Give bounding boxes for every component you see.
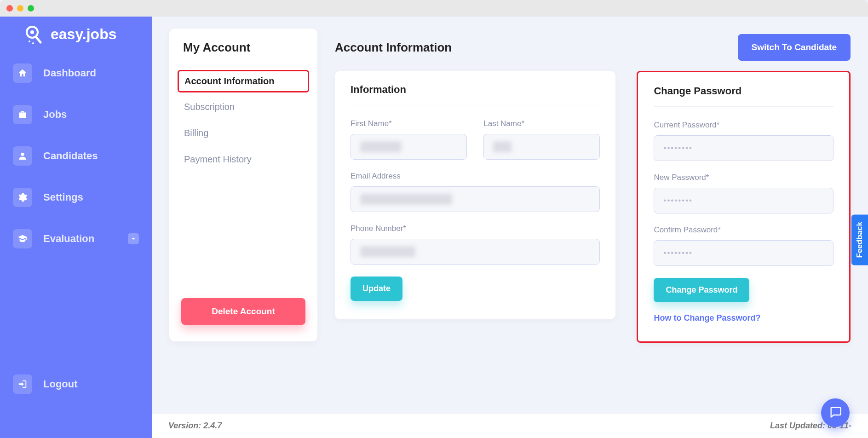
svg-point-4 xyxy=(21,153,24,156)
page-title: Account Information xyxy=(335,40,452,55)
info-panel-title: Information xyxy=(351,84,600,105)
footer: Version: 2.4.7 Last Updated: 03-11- xyxy=(152,413,868,438)
user-icon xyxy=(13,146,32,166)
window-chrome xyxy=(0,0,868,17)
sidebar-item-label: Candidates xyxy=(43,150,98,162)
email-label: Email Address xyxy=(351,172,600,181)
sidebar-item-label: Evaluation xyxy=(43,233,94,245)
nav-list: Dashboard Jobs Candidates Settings xyxy=(0,58,152,265)
right-column: Account Information Switch To Candidate … xyxy=(335,29,851,343)
sidebar: easy.jobs Dashboard Jobs Candidates xyxy=(0,17,152,438)
menu-label: Account Information xyxy=(184,76,275,86)
redacted-value xyxy=(360,141,402,152)
sidebar-item-candidates[interactable]: Candidates xyxy=(10,141,142,171)
current-password-field: Current Password* xyxy=(654,121,834,161)
svg-point-3 xyxy=(32,42,34,44)
right-header: Account Information Switch To Candidate xyxy=(335,29,851,61)
chat-widget-button[interactable] xyxy=(821,398,850,427)
briefcase-icon xyxy=(13,105,32,124)
name-row: First Name* Last Name* xyxy=(351,119,600,160)
panels-row: Information First Name* Last Name* xyxy=(335,71,851,343)
window-close-dot[interactable] xyxy=(6,5,13,12)
redacted-value xyxy=(360,194,452,205)
account-menu-billing[interactable]: Billing xyxy=(178,121,309,145)
sidebar-item-label: Settings xyxy=(43,191,83,203)
sidebar-item-logout[interactable]: Logout xyxy=(10,369,142,399)
new-pw-row: New Password* xyxy=(654,173,834,213)
feedback-tab[interactable]: Feedback xyxy=(851,214,868,265)
confirm-pw-row: Confirm Password* xyxy=(654,225,834,266)
delete-account-button[interactable]: Delete Account xyxy=(181,298,305,325)
confirm-password-input[interactable] xyxy=(654,240,834,266)
phone-label: Phone Number* xyxy=(351,224,600,233)
phone-field: Phone Number* xyxy=(351,224,600,265)
columns: My Account Account Information Subscript… xyxy=(169,29,851,343)
chevron-down-icon[interactable] xyxy=(128,233,139,244)
confirm-password-field: Confirm Password* xyxy=(654,225,834,266)
change-password-panel: Change Password Current Password* New Pa… xyxy=(637,71,851,343)
first-name-input[interactable] xyxy=(351,134,467,160)
brand-logo[interactable]: easy.jobs xyxy=(0,18,152,58)
window-zoom-dot[interactable] xyxy=(28,5,34,12)
home-icon xyxy=(13,63,32,83)
update-button[interactable]: Update xyxy=(351,277,402,301)
main-content: My Account Account Information Subscript… xyxy=(152,17,868,438)
brand-icon xyxy=(22,23,44,45)
new-password-field: New Password* xyxy=(654,173,834,213)
menu-label: Billing xyxy=(184,128,208,138)
email-row: Email Address xyxy=(351,172,600,212)
phone-input[interactable] xyxy=(351,239,600,265)
logout-section: Logout xyxy=(0,369,152,410)
svg-point-2 xyxy=(29,40,30,42)
logout-icon xyxy=(13,375,32,394)
sidebar-item-evaluation[interactable]: Evaluation xyxy=(10,224,142,254)
new-password-label: New Password* xyxy=(654,173,834,182)
sidebar-item-jobs[interactable]: Jobs xyxy=(10,99,142,130)
account-menu-payment-history[interactable]: Payment History xyxy=(178,148,309,171)
last-name-label: Last Name* xyxy=(483,119,600,128)
sidebar-item-settings[interactable]: Settings xyxy=(10,182,142,213)
confirm-password-label: Confirm Password* xyxy=(654,225,834,235)
current-password-label: Current Password* xyxy=(654,121,834,130)
switch-to-candidate-button[interactable]: Switch To Candidate xyxy=(738,34,851,61)
sidebar-item-label: Logout xyxy=(43,378,78,390)
menu-label: Subscription xyxy=(184,102,235,112)
sidebar-item-dashboard[interactable]: Dashboard xyxy=(10,58,142,88)
chat-icon xyxy=(829,405,842,420)
brand-name: easy.jobs xyxy=(51,26,116,43)
account-menu-card: My Account Account Information Subscript… xyxy=(169,29,317,341)
account-menu-account-information[interactable]: Account Information xyxy=(178,70,309,92)
current-password-input[interactable] xyxy=(654,135,834,161)
first-name-field: First Name* xyxy=(351,119,467,160)
pw-panel-title: Change Password xyxy=(654,85,834,107)
last-name-field: Last Name* xyxy=(483,119,600,160)
menu-label: Payment History xyxy=(184,154,252,164)
information-panel: Information First Name* Last Name* xyxy=(335,71,615,319)
new-password-input[interactable] xyxy=(654,188,834,213)
sidebar-item-label: Dashboard xyxy=(43,67,96,79)
email-field: Email Address xyxy=(351,172,600,212)
how-to-change-password-link[interactable]: How to Change Password? xyxy=(654,313,834,323)
redacted-value xyxy=(360,246,415,257)
last-name-input[interactable] xyxy=(483,134,600,160)
account-menu-subscription[interactable]: Subscription xyxy=(178,95,309,119)
account-menu: Account Information Subscription Billing… xyxy=(169,65,317,174)
account-card-title: My Account xyxy=(169,40,317,65)
window-minimize-dot[interactable] xyxy=(17,5,23,12)
redacted-value xyxy=(493,141,512,152)
gear-icon xyxy=(13,188,32,207)
email-input[interactable] xyxy=(351,186,600,212)
first-name-label: First Name* xyxy=(351,119,467,128)
graduation-icon xyxy=(13,229,32,248)
app-root: easy.jobs Dashboard Jobs Candidates xyxy=(0,17,868,438)
svg-point-1 xyxy=(30,30,34,34)
current-pw-row: Current Password* xyxy=(654,121,834,161)
sidebar-item-label: Jobs xyxy=(43,109,67,121)
change-password-button[interactable]: Change Password xyxy=(654,278,749,302)
phone-row: Phone Number* xyxy=(351,224,600,265)
version-text: Version: 2.4.7 xyxy=(168,421,222,431)
